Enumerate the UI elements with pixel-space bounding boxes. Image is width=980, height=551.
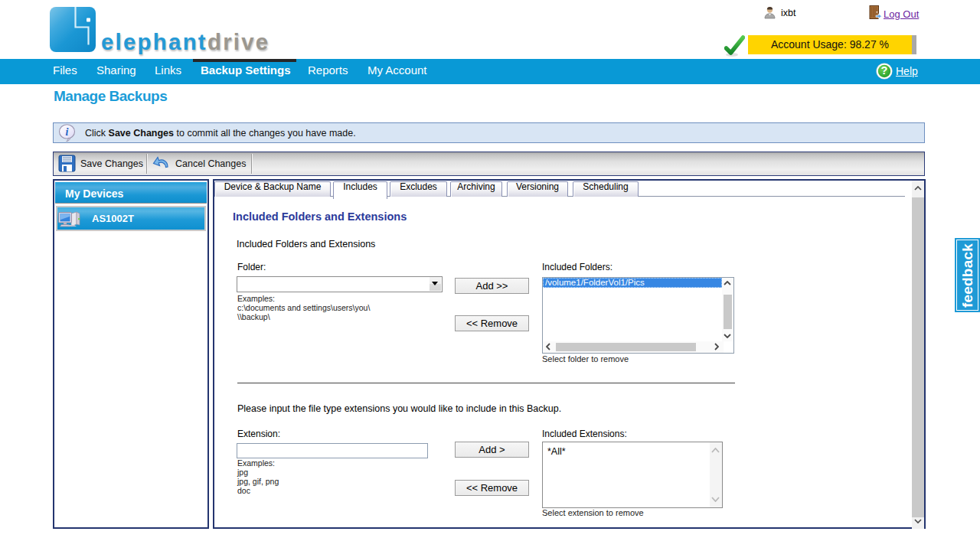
svg-text:i: i [66,126,69,138]
